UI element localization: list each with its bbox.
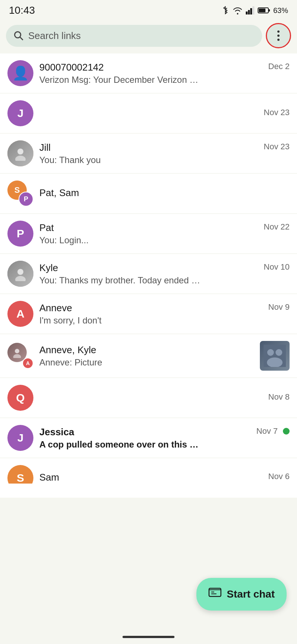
svg-point-7 xyxy=(15,32,21,38)
conversation-item-pat[interactable]: P Pat Nov 22 You: Login... xyxy=(0,214,297,253)
conv-name-jessica: Jessica xyxy=(39,426,74,438)
conversation-item-anneve[interactable]: A Anneve Nov 9 I'm sorry, I don't xyxy=(0,294,297,334)
avatar-sam: S xyxy=(7,465,33,491)
start-chat-icon xyxy=(208,586,222,602)
conv-content-jill: Jill Nov 23 You: Thank you xyxy=(39,142,290,165)
bottom-nav-indicator xyxy=(123,636,174,638)
conv-date-q-unknown: Nov 8 xyxy=(268,392,290,402)
avatar-pat-sam: S P xyxy=(7,180,33,206)
conv-date-anneve: Nov 9 xyxy=(268,302,290,312)
avatar-pat: P xyxy=(7,221,33,247)
search-placeholder: Search links xyxy=(28,30,255,42)
search-input-wrap[interactable]: Search links xyxy=(6,25,262,47)
conv-content-j-unknown: Nov 23 xyxy=(39,108,290,119)
more-options-button[interactable] xyxy=(266,23,291,48)
battery-percentage: 63% xyxy=(273,6,288,15)
svg-point-13 xyxy=(15,349,19,353)
svg-rect-6 xyxy=(269,9,270,12)
conversation-item-anneve-kyle[interactable]: A Anneve, Kyle Anneve: Picture xyxy=(0,334,297,377)
conv-preview-pat: You: Login... xyxy=(39,235,203,245)
conv-preview-jill: You: Thank you xyxy=(39,155,203,165)
conv-date-pat: Nov 22 xyxy=(264,222,290,232)
wifi-icon xyxy=(232,6,243,14)
svg-point-12 xyxy=(15,276,26,281)
status-icons: 63% xyxy=(221,5,288,16)
conv-name-verizon: 900070002142 xyxy=(39,62,104,73)
conv-date-verizon: Dec 2 xyxy=(268,62,290,71)
avatar-anneve: A xyxy=(7,301,33,327)
message-thumbnail-anneve-kyle xyxy=(260,341,290,371)
signal-icon xyxy=(246,6,255,14)
conversation-list: 👤 900070002142 Dec 2 Verizon Msg: Your D… xyxy=(0,53,297,498)
conv-name-pat: Pat xyxy=(39,222,54,234)
svg-point-14 xyxy=(13,354,21,358)
conv-date-kyle: Nov 10 xyxy=(264,262,290,272)
conv-name-jill: Jill xyxy=(39,142,50,153)
conv-date-jessica: Nov 7 xyxy=(257,426,278,436)
conversation-item-j-unknown[interactable]: J Nov 23 xyxy=(0,94,297,133)
search-bar-row: Search links xyxy=(0,19,297,53)
conv-name-kyle: Kyle xyxy=(39,262,58,274)
conversation-item-q-unknown[interactable]: Q Nov 8 xyxy=(0,378,297,417)
conv-content-pat: Pat Nov 22 You: Login... xyxy=(39,222,290,245)
conv-content-pat-sam: Pat, Sam xyxy=(39,187,290,200)
conv-name-sam: Sam xyxy=(39,472,59,483)
conversation-item-jessica[interactable]: J Jessica Nov 7 A cop pulled someone ove… xyxy=(0,418,297,458)
avatar-jessica: J xyxy=(7,425,33,451)
conv-content-anneve: Anneve Nov 9 I'm sorry, I don't xyxy=(39,302,290,326)
conv-content-jessica: Jessica Nov 7 A cop pulled someone over … xyxy=(39,426,290,450)
svg-rect-5 xyxy=(259,9,265,12)
avatar-j-unknown: J xyxy=(7,100,33,126)
status-time: 10:43 xyxy=(9,4,35,16)
conv-content-q-unknown: Nov 8 xyxy=(39,392,290,403)
avatar-q-unknown: Q xyxy=(7,385,33,411)
svg-line-8 xyxy=(20,37,23,40)
conv-date-jill: Nov 23 xyxy=(264,142,290,152)
conv-content-sam: Sam Nov 6 xyxy=(39,472,290,485)
avatar-anneve-kyle: A xyxy=(7,343,33,369)
avatar-verizon: 👤 xyxy=(7,60,33,86)
svg-rect-2 xyxy=(250,8,252,14)
conv-preview-verizon: Verizon Msg: Your December Verizon Up re… xyxy=(39,75,203,85)
status-bar: 10:43 63% xyxy=(0,0,297,19)
conv-date-sam: Nov 6 xyxy=(268,472,290,481)
conv-name-pat-sam: Pat, Sam xyxy=(39,187,79,199)
start-chat-fab[interactable]: Start chat xyxy=(196,578,287,611)
svg-rect-1 xyxy=(248,10,250,14)
avatar-kyle xyxy=(7,261,33,287)
battery-icon xyxy=(258,7,270,14)
more-dots-icon xyxy=(277,30,280,41)
avatar-jill xyxy=(7,140,33,166)
conversation-item-pat-sam[interactable]: S P Pat, Sam xyxy=(0,174,297,213)
svg-point-17 xyxy=(275,349,282,356)
online-indicator-jessica xyxy=(283,428,290,435)
conv-content-kyle: Kyle Nov 10 You: Thanks my brother. Toda… xyxy=(39,262,290,286)
svg-rect-3 xyxy=(252,6,254,14)
conv-name-anneve: Anneve xyxy=(39,302,72,314)
conversation-item-jill[interactable]: Jill Nov 23 You: Thank you xyxy=(0,134,297,173)
conv-preview-anneve-kyle: Anneve: Picture xyxy=(39,357,203,368)
svg-rect-0 xyxy=(246,12,248,14)
conv-content-anneve-kyle: Anneve, Kyle Anneve: Picture xyxy=(39,344,254,368)
conversation-item-verizon[interactable]: 👤 900070002142 Dec 2 Verizon Msg: Your D… xyxy=(0,53,297,93)
conv-preview-kyle: You: Thanks my brother. Today ended up r… xyxy=(39,275,203,286)
svg-point-10 xyxy=(15,156,26,161)
bluetooth-icon xyxy=(221,5,229,16)
svg-point-16 xyxy=(267,349,274,356)
conv-preview-anneve: I'm sorry, I don't xyxy=(39,315,203,326)
svg-point-11 xyxy=(17,269,23,275)
conv-name-anneve-kyle: Anneve, Kyle xyxy=(39,344,96,356)
conv-preview-jessica: A cop pulled someone over on this so jus… xyxy=(39,439,203,450)
svg-point-9 xyxy=(17,149,23,155)
conversation-item-sam[interactable]: S Sam Nov 6 xyxy=(0,458,297,498)
conv-content-verizon: 900070002142 Dec 2 Verizon Msg: Your Dec… xyxy=(39,62,290,85)
start-chat-label: Start chat xyxy=(227,588,275,600)
conversation-item-kyle[interactable]: Kyle Nov 10 You: Thanks my brother. Toda… xyxy=(0,254,297,293)
search-icon xyxy=(13,30,24,41)
conv-date-j-unknown: Nov 23 xyxy=(264,108,290,117)
